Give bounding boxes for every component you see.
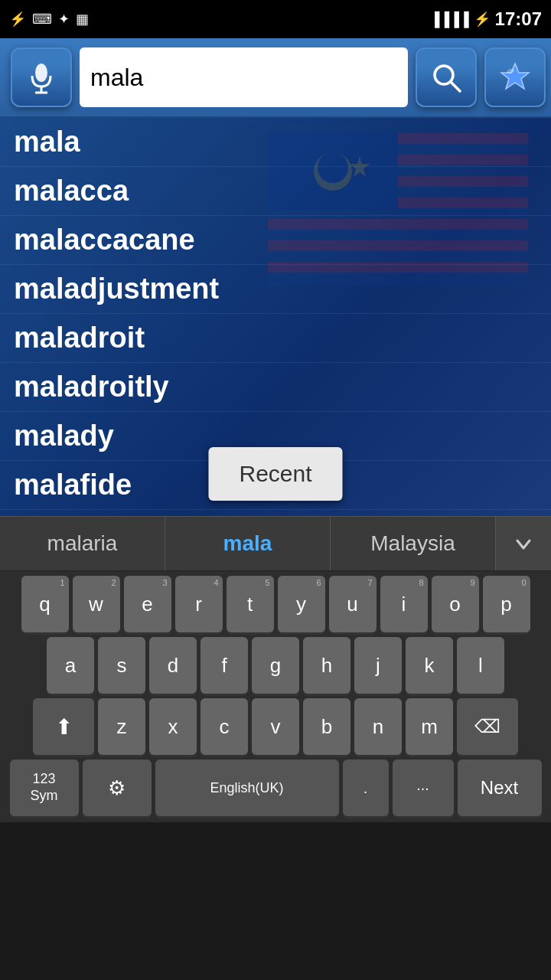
key-f[interactable]: f	[201, 637, 248, 694]
watermark-flag	[268, 133, 528, 286]
key-v[interactable]: v	[252, 698, 299, 755]
status-bar: ⚡ ⌨ ✦ ▦ ▐▐▐▐ ⚡ 17:07	[0, 0, 551, 38]
key-k[interactable]: k	[406, 637, 453, 694]
space-key-label: English(UK)	[210, 780, 283, 796]
svg-rect-13	[268, 240, 528, 251]
svg-rect-15	[268, 133, 398, 210]
key-j[interactable]: j	[354, 637, 402, 694]
recent-button[interactable]: Recent	[208, 447, 342, 501]
usb-icon: ⚡	[9, 11, 26, 28]
mic-button[interactable]	[11, 47, 72, 107]
period-key[interactable]: .	[343, 760, 389, 816]
ellipsis-key[interactable]: ···	[393, 760, 454, 816]
key-g[interactable]: g	[252, 637, 299, 694]
status-icons-left: ⚡ ⌨ ✦ ▦	[9, 11, 89, 28]
key-o[interactable]: 9o	[432, 576, 479, 632]
svg-point-0	[35, 64, 47, 82]
key-d[interactable]: d	[149, 637, 197, 694]
svg-line-4	[451, 82, 460, 91]
dropbox-icon: ✦	[58, 11, 70, 28]
key-c[interactable]: c	[201, 698, 248, 755]
suggestion-mala[interactable]: mala	[165, 517, 331, 570]
key-e[interactable]: 3e	[124, 576, 171, 632]
key-t[interactable]: 5t	[227, 576, 274, 632]
keyboard-row-3: ⬆ z x c v b n m ⌫	[3, 698, 548, 755]
key-l[interactable]: l	[457, 637, 504, 694]
svg-rect-12	[268, 219, 528, 230]
key-r[interactable]: 4r	[175, 576, 223, 632]
key-q[interactable]: 1q	[21, 576, 69, 632]
backspace-key[interactable]: ⌫	[457, 698, 518, 755]
search-bar	[0, 38, 551, 118]
settings-key[interactable]: ⚙	[83, 760, 152, 816]
svg-marker-5	[501, 64, 529, 89]
search-button[interactable]	[416, 47, 477, 107]
suggestions-dropdown[interactable]	[496, 517, 551, 570]
key-u[interactable]: 7u	[329, 576, 377, 632]
suggestion-bar: malaria mala Malaysia	[0, 516, 551, 571]
suggestion-malaria[interactable]: malaria	[0, 517, 165, 570]
key-z[interactable]: z	[98, 698, 145, 755]
results-area: mala malacca malaccacane maladjustment m…	[0, 118, 551, 516]
keyboard: 1q 2w 3e 4r 5t 6y 7u 8i 9o 0p a s d f g …	[0, 571, 551, 822]
keyboard-row-1: 1q 2w 3e 4r 5t 6y 7u 8i 9o 0p	[3, 576, 548, 632]
next-key[interactable]: Next	[458, 760, 542, 816]
key-b[interactable]: b	[303, 698, 350, 755]
key-i[interactable]: 8i	[380, 576, 428, 632]
key-x[interactable]: x	[149, 698, 197, 755]
key-p[interactable]: 0p	[483, 576, 530, 632]
list-item[interactable]: maladroit	[0, 314, 551, 363]
clock: 17:07	[495, 8, 542, 30]
suggestion-malaysia[interactable]: Malaysia	[331, 517, 496, 570]
shift-key[interactable]: ⬆	[33, 698, 94, 755]
battery-icon: ⚡	[474, 11, 491, 28]
key-s[interactable]: s	[98, 637, 145, 694]
sim-icon: ▦	[76, 11, 89, 28]
keyboard-row-2: a s d f g h j k l	[3, 637, 548, 694]
key-a[interactable]: a	[47, 637, 94, 694]
svg-rect-14	[268, 262, 528, 273]
key-w[interactable]: 2w	[73, 576, 120, 632]
space-key[interactable]: English(UK)	[155, 760, 339, 816]
favorites-button[interactable]	[484, 47, 546, 107]
key-h[interactable]: h	[303, 637, 350, 694]
key-n[interactable]: n	[354, 698, 402, 755]
key-y[interactable]: 6y	[278, 576, 325, 632]
signal-icon: ▐▐▐▐	[430, 11, 469, 28]
sym-key[interactable]: 123Sym	[10, 760, 79, 816]
status-right: ▐▐▐▐ ⚡ 17:07	[430, 8, 542, 30]
keyboard-bottom-row: 123Sym ⚙ English(UK) . ··· Next	[3, 760, 548, 816]
keyboard-icon: ⌨	[32, 11, 52, 28]
key-m[interactable]: m	[406, 698, 453, 755]
list-item[interactable]: maladroitly	[0, 363, 551, 412]
search-input[interactable]	[80, 47, 408, 107]
